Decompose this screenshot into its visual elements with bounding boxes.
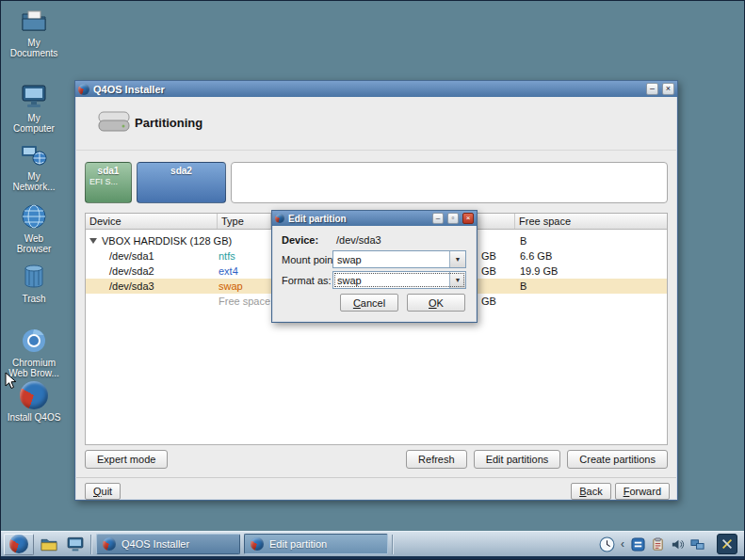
cell-free-space: 6.6 GB [520, 248, 552, 264]
quicklaunch-desktop-button[interactable] [64, 534, 87, 555]
forward-rest: orward [629, 486, 661, 497]
desktop-icon-web-browser[interactable]: Web Browser [7, 202, 61, 254]
footer-button-row: Quit Back Forward [85, 483, 670, 500]
keyboard-glyph [631, 537, 645, 552]
maximize-icon: ▫ [452, 215, 455, 222]
collapse-glyph: ‹ [621, 537, 624, 551]
cell-free-space: 19.9 GB [520, 264, 558, 279]
minimize-icon: – [650, 85, 655, 93]
cell-used-fragment: GB [481, 248, 496, 264]
back-button[interactable]: Back [571, 483, 610, 500]
clock-icon[interactable] [599, 536, 615, 552]
keyboard-layout-icon[interactable] [630, 536, 646, 552]
footer-separator [76, 477, 676, 478]
forward-button[interactable]: Forward [615, 483, 670, 500]
cell-device: /dev/sda3 [109, 279, 154, 294]
column-header-device[interactable]: Device [86, 214, 218, 229]
cell-type: ext4 [219, 264, 238, 279]
trash-icon [20, 263, 48, 291]
volume-icon[interactable] [670, 536, 686, 552]
partition-segment-free[interactable] [231, 162, 668, 203]
partition-sublabel: EFI S... [89, 177, 118, 186]
dialog-icon [275, 214, 284, 223]
q4os-logo-icon [9, 535, 28, 553]
minimize-button[interactable]: – [432, 213, 444, 224]
cell-used-fragment: GB [481, 264, 496, 279]
partition-label: sda1 [89, 166, 127, 176]
chevron-down-icon[interactable]: ▼ [449, 272, 465, 288]
installer-titlebar[interactable]: Q4OS Installer – × [75, 81, 677, 97]
mount-point-label: Mount point: [282, 254, 339, 265]
window-title: Q4OS Installer [93, 84, 642, 95]
dialog-button-row: Cancel OK [340, 294, 465, 312]
taskbar-divider [90, 535, 92, 554]
web-browser-icon [20, 202, 48, 231]
expert-mode-button[interactable]: Expert mode [85, 450, 168, 469]
my-computer-icon [20, 82, 48, 110]
clipboard-icon[interactable] [650, 536, 666, 552]
close-button[interactable]: × [662, 83, 674, 95]
close-icon: × [666, 85, 671, 93]
clipboard-glyph [651, 537, 665, 552]
tools-glyph [721, 537, 734, 551]
desktop-icon-label: Web Browser [17, 233, 52, 254]
partition-segment-sda2[interactable]: sda2 [137, 162, 226, 203]
partition-label: sda2 [141, 166, 221, 176]
desktop-icon-label: Trash [22, 294, 45, 304]
minimize-button[interactable]: – [646, 83, 658, 95]
quicklaunch-home-button[interactable] [38, 534, 60, 555]
speaker-glyph [671, 537, 685, 552]
my-documents-icon [20, 7, 48, 35]
task-button-edit-partition[interactable]: Edit partition [244, 534, 388, 554]
column-header-type[interactable]: Type [218, 214, 271, 229]
minimize-icon: – [436, 215, 440, 222]
device-value: /dev/sda3 [336, 234, 381, 246]
expander-icon[interactable] [89, 238, 97, 244]
cancel-button[interactable]: Cancel [340, 294, 398, 312]
panel-settings-icon[interactable] [717, 534, 737, 554]
partition-segment-sda1[interactable]: sda1 EFI S... [85, 162, 132, 203]
chevron-down-icon[interactable]: ▼ [449, 251, 465, 267]
quit-rest: uit [102, 486, 113, 497]
desktop-icon-my-network[interactable]: My Network... [7, 140, 61, 192]
taskbar-divider [392, 535, 394, 554]
desktop-monitor-icon [66, 535, 85, 553]
desktop-icon-chromium[interactable]: Chromium Web Brow... [7, 327, 61, 378]
cell-device: /dev/sda2 [109, 264, 154, 279]
cell-used-fragment: GB [481, 294, 496, 309]
mount-point-combobox[interactable]: swap ▼ [332, 250, 466, 268]
task-button-installer[interactable]: Q4OS Installer [96, 534, 240, 554]
task-label: Q4OS Installer [121, 538, 189, 550]
maximize-button[interactable]: ▫ [447, 213, 459, 224]
format-as-combobox[interactable]: swap ▼ [332, 271, 466, 289]
quit-button[interactable]: Quit [85, 483, 121, 500]
quit-accel: Q [93, 486, 102, 497]
screen-edge [1, 556, 744, 559]
desktop-icon-my-computer[interactable]: My Computer [7, 82, 61, 134]
ok-button[interactable]: OK [407, 294, 465, 312]
edit-partitions-button[interactable]: Edit partitions [474, 450, 561, 469]
action-button-row: Expert mode Refresh Edit partitions Crea… [85, 450, 668, 469]
cell-device: VBOX HARDDISK (128 GB) [102, 233, 232, 248]
desktop: My Documents My Computer My Network... W… [0, 0, 745, 560]
desktop-icon-my-documents[interactable]: My Documents [7, 7, 61, 58]
refresh-button[interactable]: Refresh [406, 450, 467, 469]
create-partitions-button[interactable]: Create partitions [567, 450, 668, 469]
network-icon[interactable] [689, 536, 705, 552]
dialog-titlebar[interactable]: Edit partition – ▫ × [272, 211, 477, 226]
ok-rest: K [437, 297, 444, 309]
q4os-logo-icon [251, 537, 264, 551]
forward-accel: F [624, 486, 630, 497]
my-network-icon [20, 140, 48, 168]
partition-bar: sda1 EFI S... sda2 [85, 162, 668, 203]
edit-partition-dialog: Edit partition – ▫ × Device: /dev/sda3 M… [271, 210, 478, 323]
close-button[interactable]: × [462, 213, 474, 224]
tray-collapse-arrow-icon[interactable]: ‹ [619, 537, 626, 551]
start-menu-button[interactable] [4, 534, 34, 555]
back-rest: ack [587, 486, 603, 497]
desktop-icon-trash[interactable]: Trash [7, 263, 61, 304]
ok-accel: O [429, 297, 437, 309]
partitioning-header: Partitioning [76, 97, 676, 151]
column-header-free-space[interactable]: Free space [515, 214, 667, 229]
cell-type: ntfs [219, 248, 235, 264]
